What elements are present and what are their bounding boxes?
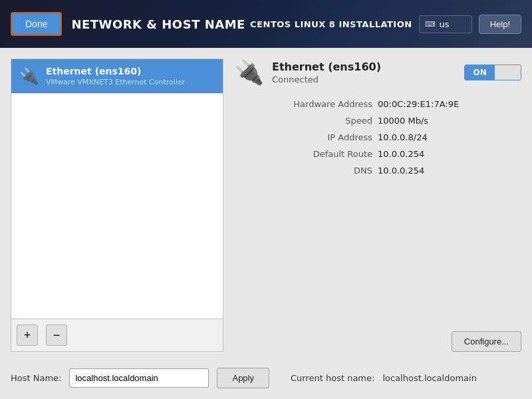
device-info: Ethernet (ens160) Connected	[272, 61, 381, 84]
header-bar: Done NETWORK & HOST NAME CENTOS LINUX 8 …	[0, 0, 532, 48]
ip-address-label: IP Address	[234, 130, 378, 144]
configure-button[interactable]: Configure...	[452, 331, 521, 352]
add-interface-button[interactable]: +	[17, 325, 38, 346]
remove-interface-button[interactable]: −	[46, 325, 67, 346]
hardware-address-label: Hardware Address	[234, 97, 378, 111]
keyboard-selector[interactable]: ⌨ us	[419, 15, 472, 33]
keyboard-icon: ⌨	[425, 20, 436, 29]
content-area: 🔌 Ethernet (ens160) VMware VMXNET3 Ether…	[11, 59, 521, 352]
keyboard-value: us	[440, 19, 450, 29]
hostname-label: Host Name:	[11, 373, 61, 383]
help-button[interactable]: Help!	[479, 15, 521, 34]
details-panel: 🔌 Ethernet (ens160) Connected ON Hardwar…	[234, 59, 521, 352]
header-left: Done NETWORK & HOST NAME	[11, 12, 245, 36]
device-icon: 🔌	[234, 59, 264, 86]
interface-panel: 🔌 Ethernet (ens160) VMware VMXNET3 Ether…	[11, 59, 223, 352]
default-route-value: 10.0.0.254	[378, 147, 521, 161]
interface-item[interactable]: 🔌 Ethernet (ens160) VMware VMXNET3 Ether…	[11, 59, 223, 94]
interface-name: Ethernet (ens160)	[46, 66, 185, 76]
centos-label: CENTOS LINUX 8 INSTALLATION	[250, 19, 412, 29]
device-header: 🔌 Ethernet (ens160) Connected ON	[234, 59, 521, 86]
device-status: Connected	[272, 74, 381, 84]
configure-btn-container: Configure...	[234, 331, 521, 352]
toggle-off-area	[495, 65, 521, 80]
interface-info: Ethernet (ens160) VMware VMXNET3 Etherne…	[46, 66, 185, 86]
dns-value: 10.0.0.254	[378, 164, 521, 178]
current-hostname-label: Current host name:	[291, 373, 374, 383]
dns-label: DNS	[234, 164, 378, 178]
apply-button[interactable]: Apply	[217, 368, 269, 388]
interface-controls: + −	[11, 319, 223, 351]
toggle-container: ON	[464, 65, 521, 80]
speed-label: Speed	[234, 114, 378, 128]
page-title: NETWORK & HOST NAME	[71, 17, 245, 31]
interface-subtitle: VMware VMXNET3 Ethernet Controller	[46, 78, 185, 86]
ethernet-icon: 🔌	[19, 67, 39, 86]
info-table: Hardware Address 00:0C:29:E1:7A:9E Speed…	[234, 97, 521, 178]
bottom-bar: Host Name: Apply Current host name: loca…	[11, 361, 521, 388]
main-content: 🔌 Ethernet (ens160) VMware VMXNET3 Ether…	[0, 48, 532, 399]
default-route-label: Default Route	[234, 147, 378, 161]
current-hostname-value: localhost.localdomain	[382, 373, 476, 383]
hostname-input[interactable]	[69, 368, 209, 388]
done-button[interactable]: Done	[11, 12, 62, 36]
device-name: Ethernet (ens160)	[272, 61, 381, 73]
hardware-address-value: 00:0C:29:E1:7A:9E	[378, 97, 521, 111]
ethernet-toggle[interactable]: ON	[464, 65, 521, 80]
header-right: CENTOS LINUX 8 INSTALLATION ⌨ us Help!	[250, 15, 521, 34]
interface-list: 🔌 Ethernet (ens160) VMware VMXNET3 Ether…	[11, 59, 223, 319]
speed-value: 10000 Mb/s	[378, 114, 521, 128]
toggle-on-label: ON	[465, 65, 494, 80]
ip-address-value: 10.0.0.8/24	[378, 130, 521, 144]
